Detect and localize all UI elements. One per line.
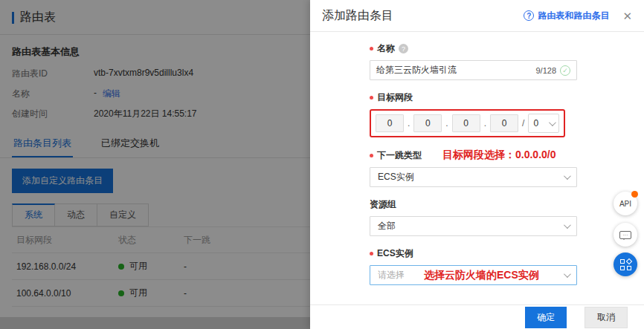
ecs-instance-select[interactable]: 请选择 选择云防火墙的ECS实例 [370,265,577,285]
grid-icon [620,259,631,270]
required-dot-icon [370,252,373,255]
resource-group-label: 资源组 [370,198,577,211]
next-hop-type-label-text: 下一跳类型 [377,149,422,162]
help-circle-icon: ? [524,10,534,21]
next-hop-type-label: 下一跳类型 [370,149,422,162]
apps-fab-button[interactable] [614,253,637,276]
help-link[interactable]: ? 路由表和路由条目 [524,10,609,22]
route-table-page: 路由表 路由表基本信息 路由表ID vtb-7xvtxm8r9v5dilllu3… [0,0,310,329]
cidr-octet-2-input[interactable]: 0 [413,114,442,132]
add-route-entry-drawer: 添加路由条目 ? 路由表和路由条目 ✕ 名称 ? 给第三云防火墙引流 9/128… [310,0,644,329]
ecs-select-placeholder: 请选择 [378,269,405,281]
chevron-down-icon [564,270,571,278]
resource-group-value: 全部 [378,220,564,232]
cidr-octet-1-input[interactable]: 0 [376,114,404,132]
name-input[interactable]: 给第三云防火墙引流 9/128 ✓ [370,60,577,80]
name-input-value: 给第三云防火墙引流 [376,64,535,76]
char-counter: 9/128 [535,66,556,75]
resource-group-field: 资源组 全部 [370,198,577,236]
chevron-down-icon [549,119,556,126]
next-hop-label-row: 下一跳类型 目标网段选择：0.0.0.0/0 [370,149,577,162]
cidr-label: 目标网段 [370,91,577,104]
name-label-text: 名称 [377,42,395,55]
required-dot-icon [370,47,373,51]
next-hop-type-select[interactable]: ECS实例 [370,167,577,187]
chevron-down-icon [564,221,571,229]
close-icon[interactable]: ✕ [622,10,632,22]
page-footer-strip [0,317,310,329]
question-circle-icon[interactable]: ? [399,44,408,53]
cancel-button[interactable]: 取消 [585,307,628,328]
slash-separator: / [522,118,524,128]
notification-dot-icon [631,191,638,198]
octet-separator: . [484,118,486,128]
drawer-footer: 确定 取消 [310,304,644,329]
confirm-button[interactable]: 确定 [525,307,567,328]
api-fab-button[interactable]: API [614,192,637,215]
api-label: API [619,200,631,208]
required-dot-icon [370,96,373,100]
ecs-instance-field: ECS实例 请选择 选择云防火墙的ECS实例 [370,247,577,285]
next-hop-type-group: 下一跳类型 目标网段选择：0.0.0.0/0 ECS实例 [370,149,577,187]
cidr-field-group: 目标网段 0 . 0 . 0 . 0 / 0 [370,91,577,137]
resource-group-label-text: 资源组 [370,198,396,211]
chevron-down-icon [564,172,571,180]
feedback-fab-button[interactable]: ··· [614,223,637,247]
resource-group-select[interactable]: 全部 [370,216,577,236]
prefix-value: 0 [533,118,538,128]
name-field-group: 名称 ? 给第三云防火墙引流 9/128 ✓ [370,42,577,80]
required-dot-icon [370,154,373,157]
drawer-body: 名称 ? 给第三云防火墙引流 9/128 ✓ 目标网段 0 . 0 . 0 . [310,32,644,285]
ecs-annotation-text: 选择云防火墙的ECS实例 [424,269,564,282]
next-hop-type-value: ECS实例 [378,171,564,183]
drawer-title: 添加路由条目 [322,8,393,24]
cidr-octet-4-input[interactable]: 0 [490,114,518,132]
cidr-octet-3-input[interactable]: 0 [452,114,480,132]
drawer-header: 添加路由条目 ? 路由表和路由条目 ✕ [310,0,644,32]
ecs-instance-label-text: ECS实例 [377,247,413,260]
cidr-highlight-box: 0 . 0 . 0 . 0 / 0 [370,109,565,137]
octet-separator: . [408,118,410,128]
octet-separator: . [445,118,448,128]
speech-bubble-icon: ··· [619,231,631,239]
ecs-instance-label: ECS实例 [370,247,577,260]
valid-check-icon: ✓ [560,65,570,76]
modal-dim-overlay [0,0,310,329]
cidr-annotation-text: 目标网段选择：0.0.0.0/0 [442,149,556,162]
name-label: 名称 ? [370,42,577,55]
cidr-label-text: 目标网段 [377,91,413,104]
help-link-label: 路由表和路由条目 [538,10,609,22]
cidr-prefix-select[interactable]: 0 [528,114,559,133]
